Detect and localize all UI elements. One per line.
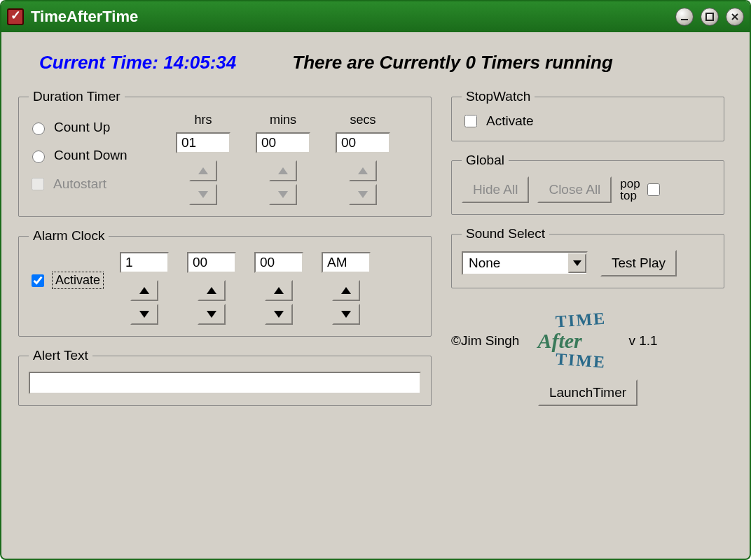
hrs-up-button[interactable] <box>189 160 217 181</box>
alarm-sec-input[interactable] <box>254 252 303 273</box>
svg-rect-1 <box>706 13 713 20</box>
alarm-ampm-column <box>318 252 374 325</box>
window-title: TimeAfterTime <box>31 8 138 26</box>
svg-marker-8 <box>358 167 368 174</box>
stopwatch-legend: StopWatch <box>462 89 535 104</box>
alarm-activate-label: Activate <box>52 272 104 289</box>
poptop-checkbox[interactable] <box>647 183 660 196</box>
minimize-button[interactable] <box>675 8 694 26</box>
alarm-min-input[interactable] <box>187 252 236 273</box>
hrs-label: hrs <box>194 113 212 128</box>
test-play-button[interactable]: Test Play <box>600 250 677 276</box>
alarm-activate-row[interactable]: Activate <box>29 272 104 289</box>
alarm-clock-group: Alarm Clock Activate <box>18 228 432 337</box>
mins-input[interactable] <box>256 132 310 153</box>
copyright-label: ©Jim Singh <box>451 333 519 349</box>
alarm-sec-down-button[interactable] <box>265 304 293 325</box>
maximize-button[interactable] <box>701 8 719 26</box>
launch-timer-button[interactable]: LaunchTimer <box>538 379 638 406</box>
svg-marker-13 <box>207 311 216 318</box>
timers-running-label: There are Currently 0 Timers running <box>292 52 613 74</box>
titlebar: TimeAfterTime <box>1 1 750 32</box>
count-up-label: Count Up <box>54 120 110 135</box>
stopwatch-activate-checkbox[interactable] <box>464 115 477 127</box>
count-down-label: Count Down <box>54 148 128 163</box>
count-down-radio-row[interactable]: Count Down <box>29 148 155 163</box>
duration-legend: Duration Timer <box>29 89 125 104</box>
sound-combo-value: None <box>463 255 568 271</box>
secs-down-button[interactable] <box>349 184 377 205</box>
version-label: v 1.1 <box>628 333 657 349</box>
autostart-checkbox <box>32 178 44 190</box>
sound-legend: Sound Select <box>462 226 549 241</box>
app-logo: TIME After TIME <box>525 309 623 372</box>
svg-marker-14 <box>274 287 284 294</box>
alarm-min-up-button[interactable] <box>198 280 226 301</box>
alarm-hour-up-button[interactable] <box>130 280 158 301</box>
svg-marker-4 <box>198 167 208 174</box>
alarm-ampm-up-button[interactable] <box>332 280 360 301</box>
sound-combo[interactable]: None <box>462 251 588 275</box>
alarm-legend: Alarm Clock <box>29 228 109 244</box>
global-legend: Global <box>462 153 509 168</box>
autostart-label: Autostart <box>53 176 106 192</box>
alarm-sec-up-button[interactable] <box>265 280 293 301</box>
logo-time2: TIME <box>556 350 607 372</box>
alarm-hour-input[interactable] <box>120 252 169 273</box>
hide-all-button: Hide All <box>462 176 529 203</box>
svg-marker-5 <box>198 191 208 198</box>
mins-up-button[interactable] <box>269 160 297 181</box>
secs-label: secs <box>350 113 376 128</box>
hrs-column: hrs <box>172 113 235 205</box>
svg-rect-0 <box>681 19 688 20</box>
sound-select-group: Sound Select None Test Play <box>451 226 724 288</box>
alarm-min-down-button[interactable] <box>198 304 226 325</box>
stopwatch-activate-row[interactable]: Activate <box>462 113 714 130</box>
about-row: ©Jim Singh TIME After TIME v 1.1 <box>451 309 724 372</box>
mins-column: mins <box>252 113 315 205</box>
svg-marker-16 <box>341 287 351 294</box>
stopwatch-activate-label: Activate <box>486 113 534 129</box>
count-up-radio[interactable] <box>32 122 45 135</box>
duration-timer-group: Duration Timer Count Up Count Down <box>18 89 432 217</box>
app-icon <box>7 8 24 25</box>
svg-marker-17 <box>341 311 351 318</box>
alarm-sec-column <box>251 252 307 325</box>
alarm-min-column <box>184 252 240 325</box>
sound-combo-dropdown-button[interactable] <box>568 253 586 273</box>
close-button[interactable] <box>726 8 744 26</box>
count-up-radio-row[interactable]: Count Up <box>29 120 155 135</box>
stopwatch-group: StopWatch Activate <box>451 89 724 141</box>
alarm-hour-down-button[interactable] <box>130 304 158 325</box>
header-row: Current Time: 14:05:34 There are Current… <box>39 52 733 74</box>
pop-label: pop <box>620 178 640 190</box>
secs-input[interactable] <box>336 132 390 153</box>
alert-text-input[interactable] <box>29 372 421 394</box>
svg-marker-10 <box>139 287 149 294</box>
mins-label: mins <box>270 113 296 128</box>
global-group: Global Hide All Close All pop top <box>451 153 724 215</box>
alarm-ampm-down-button[interactable] <box>332 304 360 325</box>
svg-marker-15 <box>274 311 284 318</box>
alert-text-group: Alert Text <box>18 348 432 406</box>
hrs-input[interactable] <box>176 132 230 153</box>
alarm-hour-column <box>116 252 172 325</box>
hrs-down-button[interactable] <box>189 184 217 205</box>
logo-time1: TIME <box>556 309 607 332</box>
secs-up-button[interactable] <box>349 160 377 181</box>
current-time-label: Current Time: 14:05:34 <box>39 52 236 74</box>
app-window: TimeAfterTime Current Time: 14:05:34 The… <box>0 0 751 560</box>
svg-marker-12 <box>207 287 216 294</box>
alarm-ampm-input[interactable] <box>322 252 371 273</box>
mins-down-button[interactable] <box>269 184 297 205</box>
autostart-check-row: Autostart <box>29 176 155 192</box>
count-down-radio[interactable] <box>32 150 45 163</box>
svg-marker-11 <box>139 311 149 318</box>
alert-legend: Alert Text <box>29 348 92 363</box>
svg-marker-6 <box>278 167 288 174</box>
top-label: top <box>620 190 637 202</box>
svg-marker-7 <box>278 191 288 198</box>
client-area: Current Time: 14:05:34 There are Current… <box>1 32 750 559</box>
secs-column: secs <box>331 113 394 205</box>
alarm-activate-checkbox[interactable] <box>32 274 44 287</box>
